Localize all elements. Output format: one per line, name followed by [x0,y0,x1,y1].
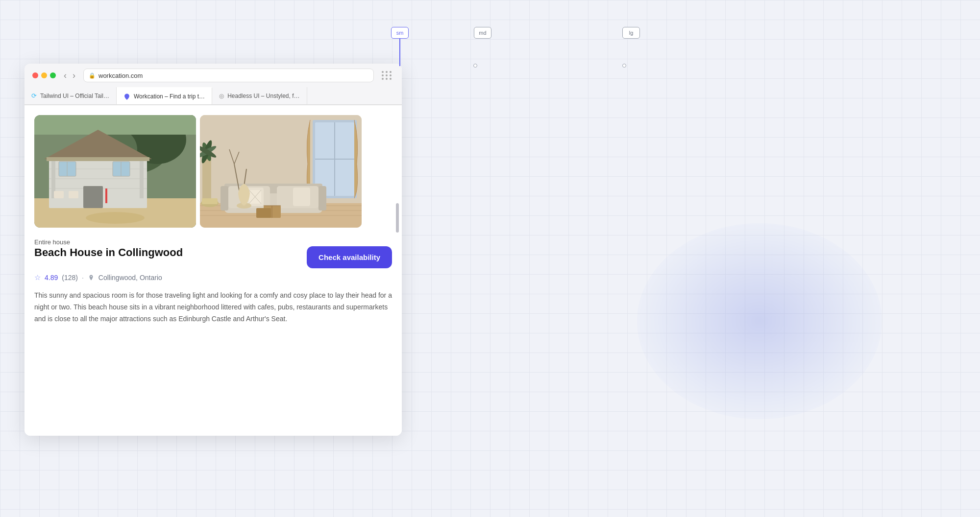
breakpoint-badge-lg: lg [622,27,640,39]
menu-dot [382,74,384,76]
maximize-button[interactable] [50,72,56,78]
tab-tailwind[interactable]: ⟳ Tailwind UI – Official Tail… [24,87,117,104]
svg-rect-45 [293,188,310,206]
browser-content[interactable]: Entire house Beach House in Collingwood … [24,105,402,436]
check-availability-button[interactable]: Check availability [307,246,392,268]
tab-tailwind-label: Tailwind UI – Official Tail… [40,93,109,99]
tab-headless[interactable]: ◎ Headless UI – Unstyled, f… [212,87,307,104]
svg-rect-20 [47,157,149,161]
tab-headless-label: Headless UI – Unstyled, f… [227,93,299,99]
breakpoint-badge-md: md [474,27,491,39]
lock-icon: 🔒 [89,72,96,79]
property-location: Collingwood, Ontario [98,274,162,282]
menu-dot [390,78,392,80]
property-title-group: Beach House in Collingwood [34,246,183,259]
svg-rect-23 [105,188,107,203]
traffic-lights [32,72,56,78]
svg-rect-22 [69,191,78,198]
property-type: Entire house [34,237,392,246]
menu-dot [390,74,392,76]
svg-point-24 [86,212,145,224]
svg-rect-21 [54,191,64,198]
breakpoint-badge-sm: sm [391,27,409,39]
tab-workcation[interactable]: Workcation – Find a trip t… [117,87,212,104]
svg-rect-39 [220,186,228,211]
back-button[interactable]: ‹ [62,70,69,82]
menu-dot [386,71,388,73]
svg-rect-17 [83,186,103,208]
browser-titlebar: ‹ › 🔒 workcation.com [24,64,402,87]
star-icon: ☆ [34,273,41,282]
breakpoint-dot-lg [622,64,626,68]
minimize-button[interactable] [41,72,47,78]
property-images [34,115,392,228]
property-meta: ☆ 4.89 (128) · Collingwood, Ontario [34,273,392,282]
svg-rect-52 [202,198,218,204]
property-header: Beach House in Collingwood Check availab… [34,246,392,268]
menu-dot [386,78,388,80]
breakpoint-dot-md [473,64,477,68]
menu-dot [382,78,384,80]
svg-rect-59 [256,208,271,218]
workcation-tab-icon [123,93,130,100]
tab-workcation-label: Workcation – Find a trip t… [134,93,205,100]
property-title: Beach House in Collingwood [34,246,183,259]
close-button[interactable] [32,72,38,78]
browser-chrome: ‹ › 🔒 workcation.com ⟳ [24,64,402,105]
headless-tab-icon: ◎ [219,93,224,99]
svg-rect-4 [34,115,196,135]
property-description: This sunny and spacious room is for thos… [34,290,392,325]
browser-window: ‹ › 🔒 workcation.com ⟳ [24,64,402,436]
browser-tabs: ⟳ Tailwind UI – Official Tail… Workcatio… [24,87,402,105]
browser-menu-button[interactable] [380,69,394,82]
property-rating: 4.89 [45,274,58,282]
background-blob [637,223,882,419]
location-icon [88,274,95,281]
svg-rect-19 [140,159,144,198]
separator-dot: · [82,274,84,282]
scrollbar-track [396,105,399,433]
menu-dot [386,74,388,76]
property-reviews: (128) [62,274,78,282]
svg-rect-40 [318,186,326,211]
scrollbar-thumb[interactable] [396,203,399,233]
menu-dot [390,71,392,73]
address-bar[interactable]: 🔒 workcation.com [83,69,374,82]
url-text: workcation.com [98,72,143,79]
tailwind-tab-icon: ⟳ [31,92,37,99]
property-image-interior [200,115,362,228]
property-type-text: Entire house [34,238,70,246]
nav-buttons: ‹ › [62,70,77,82]
menu-dot [382,71,384,73]
property-image-exterior [34,115,196,228]
forward-button[interactable]: › [71,70,77,82]
